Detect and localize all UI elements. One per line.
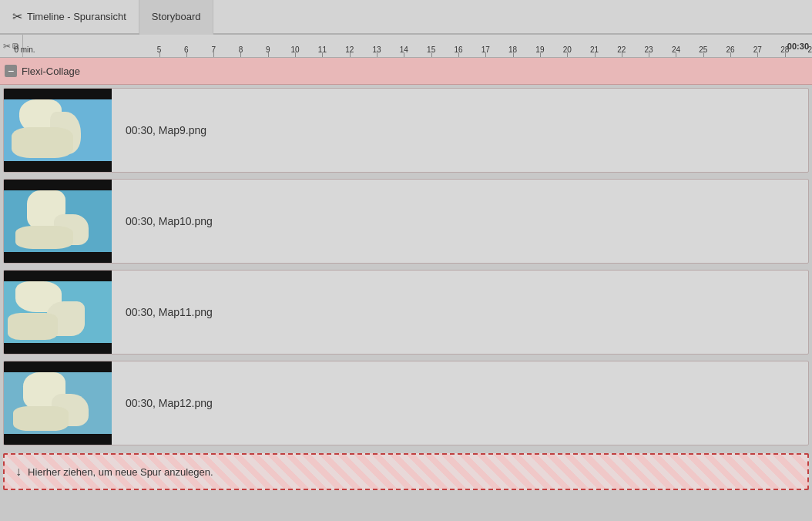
item-info-item2: 00:30, Map10.png xyxy=(112,215,226,227)
ruler-tool-icon: ✂ xyxy=(3,41,11,52)
ruler-label-27: 27 xyxy=(753,45,762,54)
ruler-label-19: 19 xyxy=(535,45,544,54)
ruler-label-17: 17 xyxy=(481,45,490,54)
ruler-label-9: 9 xyxy=(266,45,270,54)
scissors-icon: ✂ xyxy=(12,9,22,24)
drop-zone-label: Hierher ziehen, um neue Spur anzulegen. xyxy=(28,466,213,478)
storyboard-item-item2[interactable]: 00:30, Map10.png xyxy=(3,179,809,264)
ruler: ✂ ⧉ 0 min.567891011121314151617181920212… xyxy=(0,35,812,58)
ruler-label-12: 12 xyxy=(345,45,354,54)
item-thumbnail-item3 xyxy=(4,271,112,354)
ruler-label-8: 8 xyxy=(239,45,243,54)
track-header: − Flexi-Collage xyxy=(0,58,812,85)
track-collapse-button[interactable]: − xyxy=(5,65,17,77)
map-image-item4 xyxy=(4,361,112,445)
ruler-label-5: 5 xyxy=(157,45,162,54)
storyboard-item-item4[interactable]: 00:30, Map12.png xyxy=(3,361,809,445)
ruler-marks: 0 min.5678910111213141516171819202122232… xyxy=(23,35,812,57)
tab-storyboard-label: Storyboard xyxy=(152,11,201,22)
ruler-label-11: 11 xyxy=(318,45,327,54)
drop-arrow-icon: ↓ xyxy=(15,465,22,479)
tab-storyboard[interactable]: Storyboard xyxy=(139,0,214,35)
track-title: Flexi-Collage xyxy=(22,66,80,77)
ruler-label-23: 23 xyxy=(645,45,653,54)
ruler-label-24: 24 xyxy=(672,45,680,54)
ruler-label-6: 6 xyxy=(184,45,189,54)
map-image-item1 xyxy=(4,89,112,172)
tab-bar: ✂ Timeline - Spuransicht Storyboard xyxy=(0,0,812,35)
ruler-label-18: 18 xyxy=(508,45,517,54)
ruler-label-22: 22 xyxy=(617,45,626,54)
storyboard-item-item1[interactable]: 00:30, Map9.png xyxy=(3,88,809,173)
map-image-item2 xyxy=(4,180,112,263)
ruler-scale: 0 min.5678910111213141516171819202122232… xyxy=(23,35,812,57)
drop-zone[interactable]: ↓ Hierher ziehen, um neue Spur anzulegen… xyxy=(3,453,809,490)
item-info-item4: 00:30, Map12.png xyxy=(112,397,226,409)
tab-timeline-label: Timeline - Spuransicht xyxy=(27,11,126,22)
item-thumbnail-item2 xyxy=(4,180,112,263)
ruler-label-10: 10 xyxy=(291,45,300,54)
tab-timeline[interactable]: ✂ Timeline - Spuransicht xyxy=(0,0,139,33)
map-image-item3 xyxy=(4,271,112,354)
storyboard-items: 00:30, Map9.png00:30, Map10.png00:30, Ma… xyxy=(0,85,812,449)
ruler-label-26: 26 xyxy=(726,45,735,54)
ruler-zero-label: 0 min. xyxy=(14,45,35,54)
ruler-label-21: 21 xyxy=(590,45,599,54)
ruler-label-25: 25 xyxy=(699,45,707,54)
main-content: − Flexi-Collage 00:30, Map9.png00:30, Ma… xyxy=(0,58,812,521)
ruler-label-20: 20 xyxy=(563,45,572,54)
ruler-label-7: 7 xyxy=(211,45,216,54)
item-info-item3: 00:30, Map11.png xyxy=(112,306,226,318)
storyboard-item-item3[interactable]: 00:30, Map11.png xyxy=(3,270,809,355)
ruler-label-16: 16 xyxy=(454,45,462,54)
item-thumbnail-item4 xyxy=(4,361,112,445)
item-thumbnail-item1 xyxy=(4,89,112,172)
ruler-label-13: 13 xyxy=(372,45,381,54)
item-info-item1: 00:30, Map9.png xyxy=(112,124,220,136)
ruler-label-15: 15 xyxy=(427,45,435,54)
ruler-end-label: 00:30 xyxy=(787,42,809,51)
ruler-label-14: 14 xyxy=(400,45,408,54)
